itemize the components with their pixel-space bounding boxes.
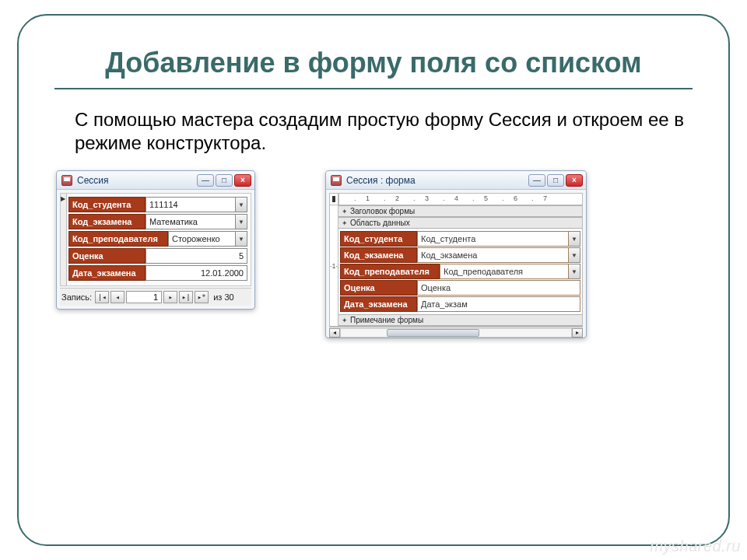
title-divider <box>54 88 693 89</box>
dropdown-button[interactable]: ▼ <box>569 231 580 247</box>
ruler-tick: 7 <box>543 194 547 202</box>
watermark: myshared.ru <box>650 537 741 555</box>
form-field-row: Код_преподавателяСтороженко▼ <box>68 231 247 247</box>
section-form-header[interactable]: ✦ Заголовок формы <box>338 205 582 217</box>
horizontal-ruler: 1·2·3·4·5·6·7· <box>338 193 583 205</box>
dropdown-button[interactable]: ▼ <box>236 214 247 229</box>
form-view-body: Код_студента111114▼Код_экзаменаМатематик… <box>60 193 251 286</box>
minimize-button[interactable]: — <box>528 174 545 187</box>
field-label: Оценка <box>68 248 146 264</box>
ruler-tick: 2 <box>395 194 399 202</box>
nav-total: из 30 <box>213 292 233 302</box>
form-view-caption: Сессия <box>77 175 109 186</box>
design-field-row[interactable]: Код_преподавателяКод_преподавателя▼ <box>340 264 580 279</box>
design-field-row[interactable]: Код_студентаКод_студента▼ <box>340 231 580 247</box>
slide-frame: Добавление в форму поля со списком С пом… <box>17 14 730 546</box>
ruler-tick: 1 <box>366 194 370 202</box>
field-value[interactable]: 12.01.2000 <box>146 265 247 281</box>
design-label-control[interactable]: Код_преподавателя <box>340 264 440 279</box>
dropdown-button[interactable]: ▼ <box>236 197 247 212</box>
slide-body: С помощью мастера создадим простую форму… <box>75 108 696 155</box>
section-marker-icon: ✦ <box>342 317 348 324</box>
design-field-row[interactable]: Код_экзаменаКод_экзамена▼ <box>340 247 580 263</box>
design-label-control[interactable]: Оценка <box>340 280 417 296</box>
field-value[interactable]: 111114 <box>146 197 236 212</box>
nav-last-button[interactable]: ▸| <box>179 291 193 303</box>
section-header-label: Заголовок формы <box>350 207 415 215</box>
design-view-window: Сессия : форма — □ × 1·2·3·4·5·6·7· ·1·2… <box>325 170 587 338</box>
form-view-window: Сессия — □ × Код_студента111114▼Код_экза… <box>56 170 255 310</box>
ruler-tick: 5 <box>484 194 488 202</box>
horizontal-scrollbar[interactable]: ◂ ▸ <box>329 327 583 338</box>
form-field-row: Дата_экзамена12.01.2000 <box>68 265 247 281</box>
maximize-button[interactable]: □ <box>547 174 564 187</box>
form-icon <box>331 175 342 186</box>
ruler-tick: 6 <box>514 194 517 202</box>
scroll-thumb[interactable] <box>387 329 479 337</box>
minimize-button[interactable]: — <box>197 174 214 187</box>
field-label: Дата_экзамена <box>68 265 146 281</box>
field-value[interactable]: Математика <box>146 214 236 229</box>
section-detail-label: Область данных <box>350 219 410 227</box>
design-textbox-control[interactable]: Оценка <box>417 280 580 296</box>
screenshots-row: Сессия — □ × Код_студента111114▼Код_экза… <box>56 170 696 338</box>
nav-first-button[interactable]: |◂ <box>95 291 109 303</box>
maximize-button[interactable]: □ <box>216 174 233 187</box>
design-textbox-control[interactable]: Дата_экзам <box>417 296 580 312</box>
field-label: Код_экзамена <box>68 214 146 229</box>
dropdown-button[interactable]: ▼ <box>569 264 580 279</box>
design-view-caption: Сессия : форма <box>346 175 416 186</box>
record-navigator: Запись: |◂ ◂ ▸ ▸| ▸* из 30 <box>60 288 251 306</box>
section-marker-icon: ✦ <box>342 208 348 215</box>
nav-next-button[interactable]: ▸ <box>163 291 177 303</box>
form-field-row: Код_экзаменаМатематика▼ <box>68 214 247 229</box>
ruler-tick: 3 <box>425 194 429 202</box>
design-field-row[interactable]: ОценкаОценка <box>340 280 580 296</box>
nav-prev-button[interactable]: ◂ <box>110 291 124 303</box>
form-icon <box>61 175 72 186</box>
design-textbox-control[interactable]: Код_студента <box>417 231 569 247</box>
form-field-row: Код_студента111114▼ <box>68 197 247 212</box>
field-label: Код_студента <box>68 197 146 212</box>
dropdown-button[interactable]: ▼ <box>569 247 580 263</box>
nav-current-input[interactable] <box>126 291 162 303</box>
form-field-row: Оценка5 <box>68 248 247 264</box>
vertical-ruler: ·1·2·3· <box>329 205 338 327</box>
slide-title: Добавление в форму поля со списком <box>51 47 696 79</box>
field-value[interactable]: Стороженко <box>168 231 236 247</box>
nav-label: Запись: <box>61 292 92 302</box>
scroll-track[interactable] <box>340 328 572 338</box>
design-canvas[interactable]: ✦ Заголовок формы ✦ Область данных Код_с… <box>338 205 583 327</box>
design-textbox-control[interactable]: Код_экзамена <box>417 247 569 263</box>
section-detail[interactable]: ✦ Область данных <box>338 217 582 229</box>
design-label-control[interactable]: Код_экзамена <box>340 247 417 263</box>
section-marker-icon: ✦ <box>342 219 348 227</box>
design-label-control[interactable]: Дата_экзамена <box>340 296 417 312</box>
scroll-right-button[interactable]: ▸ <box>572 328 583 338</box>
scroll-left-button[interactable]: ◂ <box>329 328 340 338</box>
close-button[interactable]: × <box>234 174 251 187</box>
design-view-titlebar[interactable]: Сессия : форма — □ × <box>326 171 586 190</box>
section-footer-label: Примечание формы <box>350 316 423 324</box>
form-selector[interactable] <box>329 193 338 205</box>
field-label: Код_преподавателя <box>68 231 168 247</box>
design-field-row[interactable]: Дата_экзаменаДата_экзам <box>340 296 580 312</box>
ruler-tick: 4 <box>454 194 458 202</box>
design-textbox-control[interactable]: Код_преподавателя <box>440 264 569 279</box>
field-value[interactable]: 5 <box>146 248 247 264</box>
close-button[interactable]: × <box>566 174 583 187</box>
dropdown-button[interactable]: ▼ <box>236 231 247 247</box>
design-label-control[interactable]: Код_студента <box>340 231 417 247</box>
nav-new-button[interactable]: ▸* <box>195 291 209 303</box>
section-form-footer[interactable]: ✦ Примечание формы <box>338 314 582 326</box>
form-view-titlebar[interactable]: Сессия — □ × <box>57 171 254 190</box>
record-selector[interactable] <box>61 194 67 285</box>
